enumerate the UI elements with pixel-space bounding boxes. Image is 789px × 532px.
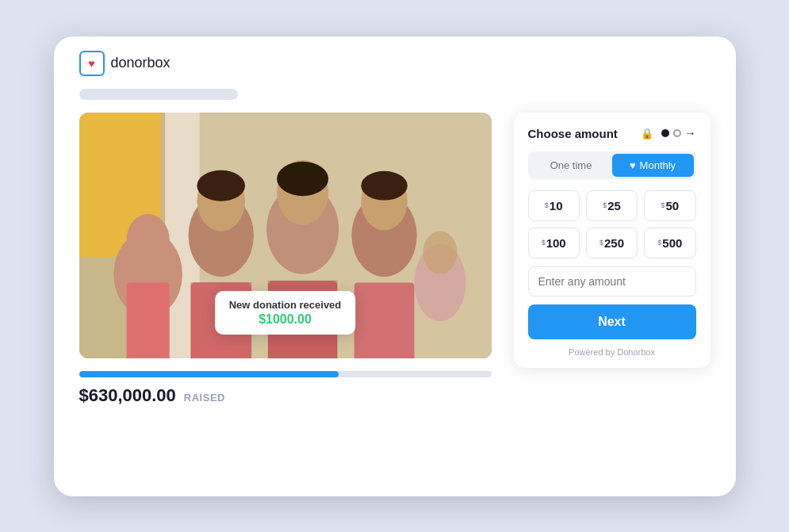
svg-point-19 <box>423 231 457 274</box>
widget-header: Choose amount 🔒 → <box>528 127 696 140</box>
progress-stats: $630,000.00 RAISED <box>79 385 492 406</box>
svg-point-22 <box>361 170 408 200</box>
svg-rect-6 <box>126 282 169 358</box>
progress-bar-fill <box>79 371 339 377</box>
step-dot-2 <box>673 129 681 137</box>
svg-rect-15 <box>354 282 414 358</box>
raised-amount: $630,000.00 <box>79 385 176 406</box>
monthly-heart-icon: ♥ <box>630 159 636 171</box>
monthly-button[interactable]: ♥ Monthly <box>612 154 694 177</box>
logo-icon: ♥ <box>79 51 105 76</box>
right-panel: Choose amount 🔒 → One time ♥ Monthly <box>514 113 710 368</box>
amount-button-10[interactable]: $10 <box>528 190 580 221</box>
left-panel: New donation received $1000.00 $630,000.… <box>79 113 492 406</box>
monthly-label: Monthly <box>640 159 676 171</box>
donation-widget: Choose amount 🔒 → One time ♥ Monthly <box>514 113 710 368</box>
frequency-toggle: One time ♥ Monthly <box>528 151 696 179</box>
progress-bar-container <box>79 371 492 377</box>
lock-icon: 🔒 <box>641 128 653 140</box>
step-dot-1 <box>661 129 669 137</box>
progress-section: $630,000.00 RAISED <box>79 371 492 406</box>
main-content: New donation received $1000.00 $630,000.… <box>54 113 736 406</box>
svg-point-20 <box>197 170 245 201</box>
header: ♥ donorbox <box>54 36 736 86</box>
device-frame: ♥ donorbox <box>54 36 736 496</box>
amount-button-100[interactable]: $100 <box>528 228 580 258</box>
amount-button-50[interactable]: $50 <box>644 190 695 221</box>
notification-title: New donation received <box>229 299 342 311</box>
next-button[interactable]: Next <box>528 304 696 339</box>
custom-amount-input[interactable] <box>528 266 696 297</box>
header-placeholder-bar <box>79 89 238 100</box>
logo-text: donorbox <box>111 55 170 71</box>
step-arrow-icon: → <box>685 127 696 140</box>
raised-label: RAISED <box>184 392 225 404</box>
amount-button-25[interactable]: $25 <box>586 190 638 221</box>
powered-by: Powered by Donorbox <box>528 347 696 357</box>
logo: ♥ donorbox <box>79 51 170 76</box>
svg-point-21 <box>277 161 328 195</box>
one-time-button[interactable]: One time <box>530 154 612 177</box>
donation-notification: New donation received $1000.00 <box>215 291 356 335</box>
amount-button-500[interactable]: $500 <box>644 228 695 258</box>
choose-amount-label: Choose amount <box>528 127 633 140</box>
notification-amount: $1000.00 <box>229 312 342 327</box>
amount-grid: $10 $25 $50 $100 $250 $500 <box>528 190 696 258</box>
campaign-image: New donation received $1000.00 <box>79 113 492 358</box>
svg-point-5 <box>126 213 169 265</box>
step-indicators: → <box>661 127 696 140</box>
logo-heart-icon: ♥ <box>88 57 94 70</box>
amount-button-250[interactable]: $250 <box>586 228 638 258</box>
